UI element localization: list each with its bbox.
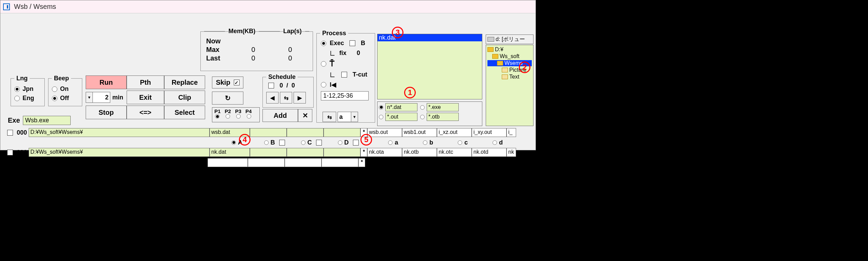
skip-checkbox[interactable]	[234, 80, 240, 85]
radio-p2[interactable]	[226, 114, 230, 119]
out1-cell[interactable]: nk.ota	[367, 148, 402, 157]
star-cell[interactable]: *	[360, 148, 367, 157]
run-button[interactable]: Run	[86, 75, 127, 89]
filter3-input[interactable]	[385, 113, 417, 121]
radio-eng[interactable]: Eng	[14, 95, 41, 102]
chevron-down-icon[interactable]: ▼	[86, 92, 93, 102]
replace-button[interactable]: Replace	[164, 75, 205, 89]
out5-cell[interactable]: nk	[507, 148, 516, 157]
file-list[interactable]: nk.dat	[377, 34, 482, 99]
star-cell[interactable]: *	[358, 158, 365, 167]
pth-button[interactable]: Pth	[127, 75, 164, 89]
tree-root[interactable]: D:¥	[487, 46, 532, 53]
out4-cell[interactable]: nk.otd	[472, 148, 507, 157]
exit-button[interactable]: Exit	[127, 91, 164, 104]
sched-mid-button[interactable]: ⇆	[280, 92, 292, 104]
path-cell[interactable]: D:¥Ws_soft¥Wsems¥	[29, 148, 210, 157]
radio-p3[interactable]	[236, 114, 241, 119]
path-cell[interactable]: D:¥Ws_soft¥Wsems¥	[29, 128, 210, 137]
col1-cell[interactable]: wsb.dat	[210, 128, 250, 137]
b-checkbox[interactable]	[350, 40, 355, 46]
swap-combo[interactable]: ▼	[338, 112, 358, 122]
out3-cell[interactable]: i_xz.out	[437, 128, 472, 137]
radio-beep-off[interactable]: Off	[52, 95, 79, 102]
col2-cell[interactable]	[250, 128, 287, 137]
radio-col-c-lower[interactable]	[458, 140, 462, 145]
chk-col-c[interactable]	[316, 140, 322, 146]
col3-cell[interactable]	[287, 128, 324, 137]
min-spinner[interactable]: ▼	[86, 92, 110, 103]
sched-prev-button[interactable]: ◀	[266, 92, 279, 104]
radio-filter2[interactable]	[420, 105, 425, 110]
radio-p1[interactable]	[215, 114, 219, 119]
tree-node-picture[interactable]: Picture	[487, 67, 532, 73]
chk-col-d[interactable]	[353, 140, 359, 146]
star-cell[interactable]: *	[360, 128, 367, 137]
col4-cell[interactable]	[324, 128, 360, 137]
swap-button[interactable]: <=>	[127, 106, 164, 119]
folder-icon	[502, 74, 508, 79]
out4-cell[interactable]: i_xy.out	[472, 128, 507, 137]
filter1-input[interactable]	[385, 103, 417, 111]
out1-cell[interactable]: wsb.out	[367, 128, 402, 137]
radio-rewind[interactable]	[321, 82, 326, 87]
schedule-checkbox[interactable]	[268, 83, 274, 88]
select-button[interactable]: Select	[164, 106, 205, 119]
swap-value[interactable]	[338, 112, 351, 122]
row-checkbox[interactable]	[7, 150, 13, 155]
empty-cell[interactable]	[248, 158, 285, 167]
out5-cell[interactable]: i_	[507, 128, 516, 137]
radio-tbar[interactable]	[321, 61, 326, 67]
chevron-down-icon[interactable]: ▼	[351, 112, 358, 122]
radio-col-d-lower[interactable]	[493, 140, 497, 145]
out2-cell[interactable]: wsb1.out	[402, 128, 437, 137]
fix-value: 0	[357, 50, 360, 57]
radio-filter4[interactable]	[420, 115, 425, 119]
radio-filter3[interactable]	[379, 115, 383, 119]
col3-cell[interactable]	[287, 148, 324, 157]
col2-cell[interactable]	[250, 148, 287, 157]
filter4-input[interactable]	[427, 113, 459, 121]
row-checkbox[interactable]	[7, 130, 13, 136]
radio-p4[interactable]	[247, 114, 251, 119]
empty-cell[interactable]	[322, 158, 358, 167]
radio-jpn[interactable]: Jpn	[14, 85, 41, 93]
out3-cell[interactable]: nk.otc	[437, 148, 472, 157]
radio-filter1[interactable]	[379, 105, 383, 110]
radio-beep-on[interactable]: On	[52, 85, 79, 93]
chk-col-b[interactable]	[279, 140, 285, 146]
drive-selector[interactable]: d: [ボリュー	[486, 35, 533, 44]
radio-col-c-upper[interactable]	[301, 140, 305, 145]
radio-exec[interactable]	[321, 41, 326, 46]
dir-tree[interactable]: D:¥ Ws_soft Wsems Picture Text	[486, 45, 533, 126]
reload-button[interactable]: ↻	[212, 92, 243, 105]
tree-node-wsems[interactable]: Wsems	[487, 60, 532, 66]
radio-col-b-upper[interactable]	[264, 140, 269, 145]
radio-dot-icon	[14, 86, 20, 92]
stop-button[interactable]: Stop	[86, 106, 127, 119]
tcut-checkbox[interactable]	[341, 72, 347, 78]
filter2-input[interactable]	[427, 103, 459, 111]
radio-col-a-lower[interactable]	[388, 140, 393, 145]
sched-next-button[interactable]: ▶	[294, 92, 306, 104]
tree-node-text[interactable]: Text	[487, 74, 532, 80]
col4-cell[interactable]	[324, 148, 360, 157]
hdr-c-upper: C	[308, 139, 312, 146]
min-value[interactable]	[93, 92, 110, 102]
range-input[interactable]	[321, 91, 369, 100]
clip-button[interactable]: Clip	[164, 91, 205, 104]
add-button[interactable]: Add	[262, 109, 298, 122]
empty-cell[interactable]	[208, 158, 248, 167]
close-button[interactable]: ✕	[298, 109, 312, 122]
radio-col-a-upper[interactable]	[231, 140, 236, 145]
out2-cell[interactable]: nk.otb	[402, 148, 437, 157]
schedule-n2: 0	[291, 82, 295, 89]
col1-cell[interactable]: nk.dat	[210, 148, 250, 157]
swap-small-button[interactable]: ⇆	[323, 112, 336, 122]
radio-col-d-upper[interactable]	[338, 140, 342, 145]
exe-input[interactable]	[23, 116, 71, 125]
empty-cell[interactable]	[285, 158, 322, 167]
radio-col-b-lower[interactable]	[423, 140, 427, 145]
file-list-item-selected[interactable]: nk.dat	[378, 34, 482, 41]
tree-node-wssoft[interactable]: Ws_soft	[487, 53, 532, 59]
